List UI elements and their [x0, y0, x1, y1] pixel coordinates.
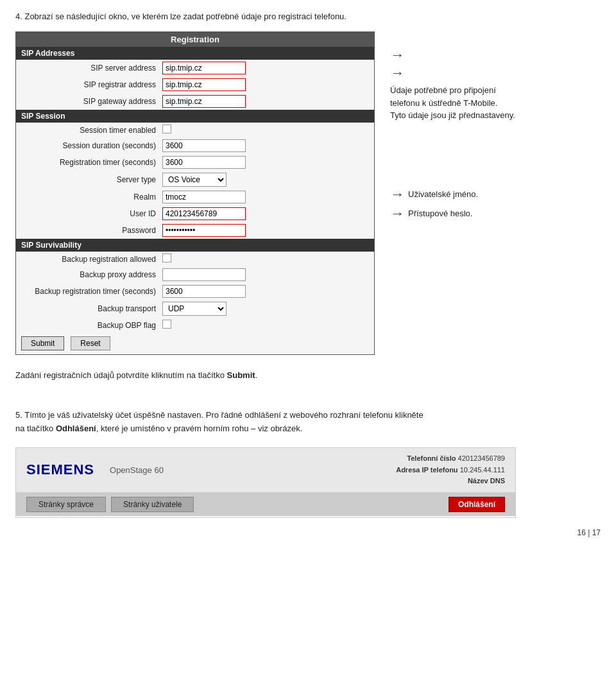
label-password: Password [21, 226, 162, 235]
callout-text: Údaje potřebné pro připojenítelefonu k ú… [390, 84, 515, 122]
form-row-backup-transport: Backup transport UDP [16, 300, 374, 318]
section-sip-addresses: SIP Addresses [16, 47, 374, 60]
form-row-reg-timer: Registration timer (seconds) [16, 154, 374, 171]
checkbox-backup-obp[interactable] [162, 320, 171, 329]
callout-userid-label: Uživatelské jméno. [408, 189, 478, 199]
value-sip-registrar [162, 78, 369, 91]
callout-user-pass: ← Uživatelské jméno. ← Přístupové heslo. [390, 186, 515, 222]
value-userid [162, 207, 369, 220]
input-reg-timer[interactable] [162, 156, 246, 169]
form-row-sip-gateway: SIP gateway address [16, 93, 374, 110]
page-number: 16 | 17 [15, 528, 601, 537]
checkbox-backup-reg[interactable] [162, 254, 171, 262]
bottom-p6-bold: Odhlášení [56, 424, 96, 433]
label-session-duration: Session duration (seconds) [21, 141, 162, 150]
value-backup-obp [162, 320, 369, 331]
callout-text-block: Údaje potřebné pro připojenítelefonu k ú… [390, 84, 515, 122]
right-panel: ← ← Údaje potřebné pro připojenítelefonu… [375, 31, 515, 222]
footer-dns: Název DNS [396, 476, 505, 487]
label-server-type: Server type [21, 175, 162, 184]
bottom-p5: Zadání registračních údajů potvrdíte kli… [15, 369, 601, 383]
label-session-timer: Session timer enabled [21, 126, 162, 135]
checkbox-session-timer[interactable] [162, 125, 171, 133]
value-backup-transport: UDP [162, 302, 369, 316]
form-row-session-timer: Session timer enabled [16, 123, 374, 137]
form-row-sip-server: SIP server address [16, 60, 374, 76]
value-backup-reg-allowed [162, 254, 369, 264]
submit-button[interactable]: Submit [21, 336, 64, 350]
label-sip-gateway: SIP gateway address [21, 97, 162, 106]
input-backup-timer[interactable] [162, 285, 246, 298]
form-row-session-duration: Session duration (seconds) [16, 137, 374, 154]
bottom-p5-text: Zadání registračních údajů potvrdíte kli… [15, 370, 227, 380]
input-realm[interactable] [162, 191, 246, 203]
input-sip-server[interactable] [162, 62, 246, 74]
form-row-server-type: Server type OS Voice [16, 171, 374, 189]
value-backup-proxy [162, 268, 369, 281]
value-password [162, 224, 369, 237]
callout-userid-row: ← Uživatelské jméno. [390, 186, 515, 203]
input-sip-registrar[interactable] [162, 78, 246, 91]
footer-ip: Adresa IP telefonu 10.245.44.111 [396, 465, 505, 476]
value-realm [162, 191, 369, 203]
footer-logout-btn[interactable]: Odhlášení [449, 497, 505, 512]
callout-arrow-1: ← [390, 47, 515, 64]
callout-pass-label: Přístupové heslo. [408, 209, 472, 218]
label-sip-registrar: SIP registrar address [21, 80, 162, 89]
form-row-backup-obp: Backup OBP flag [16, 318, 374, 332]
bottom-text: Zadání registračních údajů potvrdíte kli… [15, 369, 601, 436]
reset-button[interactable]: Reset [71, 336, 110, 350]
input-sip-gateway[interactable] [162, 95, 246, 108]
arrow-icon-3: ← [390, 186, 404, 203]
input-userid[interactable] [162, 207, 246, 220]
label-sip-server: SIP server address [21, 64, 162, 73]
label-backup-transport: Backup transport [21, 304, 162, 313]
siemens-logo: SIEMENS [26, 461, 94, 478]
select-server-type[interactable]: OS Voice [162, 173, 227, 187]
form-row-sip-registrar: SIP registrar address [16, 76, 374, 93]
label-reg-timer: Registration timer (seconds) [21, 158, 162, 167]
footer-user-btn[interactable]: Stránky uživatele [111, 497, 194, 512]
value-session-duration [162, 139, 369, 152]
bottom-p5-bold: Submit [227, 370, 255, 380]
label-backup-obp: Backup OBP flag [21, 321, 162, 330]
input-backup-proxy[interactable] [162, 268, 246, 281]
arrow-icon-1: ← [390, 47, 404, 64]
form-row-backup-proxy: Backup proxy address [16, 266, 374, 283]
value-sip-server [162, 62, 369, 74]
form-title: Registration [16, 32, 374, 47]
value-server-type: OS Voice [162, 173, 369, 187]
bottom-p6-end: , které je umístěno v pravém horním rohu… [96, 424, 303, 433]
bottom-p6: 5. Tímto je váš uživatelský účet úspěšně… [15, 396, 601, 436]
footer-tel: Telefonní číslo 420123456789 [396, 453, 505, 465]
main-content: Registration SIP Addresses SIP server ad… [15, 31, 601, 355]
callout-pass-row: ← Přístupové heslo. [390, 205, 515, 222]
label-backup-reg-allowed: Backup registration allowed [21, 255, 162, 264]
footer-admin-btn[interactable]: Stránky správce [26, 497, 106, 512]
bottom-p5-end: . [255, 370, 258, 380]
value-sip-gateway [162, 95, 369, 108]
value-reg-timer [162, 156, 369, 169]
footer-info: Telefonní číslo 420123456789 Adresa IP t… [396, 453, 505, 487]
section-sip-session: SIP Session [16, 110, 374, 123]
form-row-backup-reg-allowed: Backup registration allowed [16, 252, 374, 266]
label-realm: Realm [21, 193, 162, 202]
value-session-timer [162, 125, 369, 135]
footer-top: SIEMENS OpenStage 60 Telefonní číslo 420… [16, 448, 515, 493]
arrow-icon-4: ← [390, 205, 404, 222]
form-buttons: Submit Reset [16, 332, 374, 354]
form-row-backup-timer: Backup registration timer (seconds) [16, 283, 374, 300]
form-row-password: Password [16, 222, 374, 239]
input-password[interactable] [162, 224, 246, 237]
label-backup-timer: Backup registration timer (seconds) [21, 287, 162, 296]
arrow-icon-2: ← [390, 65, 404, 82]
callout-arrow-2: ← [390, 65, 515, 82]
footer-nav-left: Stránky správce Stránky uživatele [26, 497, 194, 512]
value-backup-timer [162, 285, 369, 298]
select-backup-transport[interactable]: UDP [162, 302, 227, 316]
input-session-duration[interactable] [162, 139, 246, 152]
intro-text: 4. Zobrazí se následující okno, ve které… [15, 12, 601, 21]
form-row-realm: Realm [16, 189, 374, 205]
label-userid: User ID [21, 209, 162, 218]
form-panel: Registration SIP Addresses SIP server ad… [15, 31, 375, 355]
